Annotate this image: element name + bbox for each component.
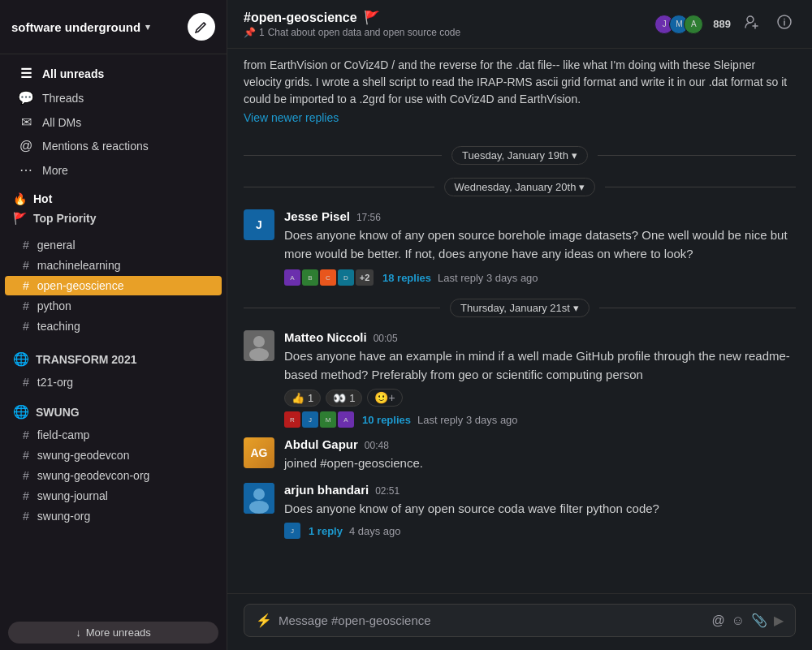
chevron-down-icon: ▾ [573,302,579,314]
transform-org-header[interactable]: 🌐 TRANSFORM 2021 [0,347,227,372]
sidebar-item-all-dms[interactable]: ✉ All DMs [5,110,222,134]
header-actions: J M A 889 [654,11,796,37]
channel-name-ml: machinelearning [37,259,121,272]
svg-point-8 [253,489,265,500]
sidebar-item-hot[interactable]: 🔥 Hot [0,189,227,209]
hash-icon: # [23,376,29,389]
replies-time: Last reply 3 days ago [438,272,538,284]
add-reaction-button[interactable]: 🙂+ [367,389,402,407]
channel-item-machinelearning[interactable]: # machinelearning [0,256,227,275]
sidebar-item-mentions[interactable]: @ Mentions & reactions [5,135,222,157]
eyes-reaction[interactable]: 👀 1 [326,390,362,407]
member-avatars[interactable]: J M A [654,15,703,34]
channel-item-field-camp[interactable]: # field-camp [0,425,227,445]
reply-avatar: R [284,411,300,428]
channel-item-teaching[interactable]: # teaching [0,316,227,336]
threads-label: Threads [42,92,84,105]
hash-icon: # [23,239,29,252]
add-member-button[interactable] [741,11,763,37]
truncated-text: from EarthVision or CoViz4D / and the re… [244,57,796,108]
channel-item-open-geoscience[interactable]: # open-geoscience [5,276,222,295]
workspace-header: software underground ▾ [0,0,227,54]
avatar-matteo [244,330,274,361]
info-button[interactable] [773,11,796,37]
svg-point-0 [747,16,754,23]
replies-bar-jesse[interactable]: A B C D +2 18 replies Last reply 3 days … [284,269,796,286]
mentions-icon: @ [18,139,34,153]
channel-item-t21-org[interactable]: # t21-org [0,372,227,392]
channel-flag-icon: 🚩 [364,10,380,25]
channels-section: # general # machinelearning # open-geosc… [0,228,227,343]
globe-icon: 🌐 [13,351,29,367]
divider-line [598,155,796,156]
member-count: 889 [713,18,731,30]
message-input[interactable] [279,613,705,627]
hash-icon: # [23,449,29,462]
dms-icon: ✉ [18,114,34,130]
replies-count: 1 reply [309,525,343,537]
view-replies-link[interactable]: View newer replies [244,111,339,124]
hash-icon: # [23,510,29,523]
channel-item-general[interactable]: # general [0,235,227,255]
reply-avatar: B [302,269,318,286]
avatar: A [684,15,703,34]
more-icon: ⋯ [18,162,34,178]
sidebar-item-threads[interactable]: 💬 Threads [5,86,222,110]
tuesday-date-label[interactable]: Tuesday, January 19th ▾ [451,146,588,165]
workspace-name-label: software underground [11,20,140,34]
divider-line [244,187,434,187]
channel-item-python[interactable]: # python [0,296,227,316]
channel-title-area: #open-geoscience 🚩 📌 1 Chat about open d… [244,10,460,38]
top-priority-header: 🚩 Top Priority [0,209,227,228]
channel-name-geodevcon: swung-geodevcon [37,449,130,462]
divider-line [244,308,440,308]
thumbs-up-reaction[interactable]: 👍 1 [284,390,321,407]
message-header-matteo: Matteo Niccoli 00:05 [284,330,796,344]
messages-area[interactable]: from EarthVision or CoViz4D / and the re… [227,49,812,593]
sidebar-item-more[interactable]: ⋯ More [5,158,222,182]
message-time: 00:05 [374,333,398,344]
at-icon[interactable]: @ [711,613,724,628]
sidebar-item-all-unreads[interactable]: ☰ All unreads [5,62,222,85]
message-text: Does anyone have an example in mind if a… [284,347,796,384]
lightning-icon[interactable]: ⚡ [256,613,272,628]
hash-icon: # [23,320,29,333]
top-priority-label: Top Priority [33,212,97,225]
channel-name-swung-org: swung-org [37,510,90,523]
channel-item-swung-geodevcon-org[interactable]: # swung-geodevcon-org [0,466,227,485]
replies-bar-arjun[interactable]: J 1 reply 4 days ago [284,523,796,539]
reply-count-extra: +2 [356,269,374,286]
reply-avatar: A [338,411,354,428]
message-header-abdul: Abdul Gapur 00:48 [284,437,796,451]
compose-button[interactable] [188,13,215,41]
replies-bar-matteo[interactable]: R J M A 10 replies Last reply 3 days ago [284,411,796,428]
channel-item-swung-org[interactable]: # swung-org [0,506,227,526]
wednesday-date-label[interactable]: Wednesday, January 20th ▾ [444,178,596,196]
message-body-matteo: Matteo Niccoli 00:05 Does anyone have an… [284,330,796,428]
swung-org-header[interactable]: 🌐 SWUNG [0,399,227,424]
channel-desc: Chat about open data and open source cod… [268,27,461,38]
message-body-arjun: arjun bhandari 02:51 Does anyone know of… [284,483,796,540]
more-unreads-button[interactable]: ↓ More unreads [8,622,218,644]
reply-avatar: C [320,269,336,286]
mentions-label: Mentions & reactions [42,140,149,153]
eyes-emoji: 👀 [333,392,346,404]
truncated-message: from EarthVision or CoViz4D / and the re… [244,49,796,133]
channel-item-swung-journal[interactable]: # swung-journal [0,486,227,506]
message-author: arjun bhandari [284,483,369,497]
emoji-icon[interactable]: ☺ [732,613,745,628]
thursday-date-label[interactable]: Thursday, January 21st ▾ [450,299,590,317]
pin-badge: 📌 1 Chat about open data and open source… [244,27,460,38]
workspace-name-button[interactable]: software underground ▾ [11,20,150,34]
channel-item-swung-geodevcon[interactable]: # swung-geodevcon [0,446,227,465]
pin-count: 1 [259,27,265,38]
attachment-icon[interactable]: 📎 [751,613,767,628]
hash-icon: # [23,279,29,292]
send-icon[interactable]: ▶ [774,613,784,628]
message-jesse: J Jesse Pisel 17:56 Does anyone know of … [244,209,796,286]
tuesday-date-divider: Tuesday, January 19th ▾ [244,146,796,165]
channel-header: #open-geoscience 🚩 📌 1 Chat about open d… [227,0,812,49]
reply-avatar: J [284,523,300,539]
svg-point-3 [784,19,785,20]
message-header-arjun: arjun bhandari 02:51 [284,483,796,497]
